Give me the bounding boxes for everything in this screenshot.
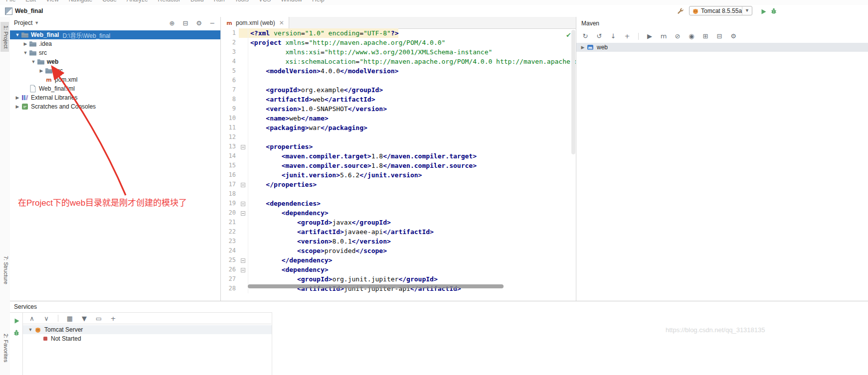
reimport-icon[interactable]: ↻ xyxy=(581,32,589,40)
menu-vcs[interactable]: VCS xyxy=(259,0,271,3)
line-number[interactable]: 24 xyxy=(221,246,239,255)
code-line[interactable]: 18 xyxy=(221,189,576,199)
generate-sources-icon[interactable]: ↺ xyxy=(595,32,603,40)
menu-run[interactable]: Run xyxy=(214,0,225,3)
line-number[interactable]: 4 xyxy=(221,57,239,66)
line-number[interactable]: 20 xyxy=(221,208,239,218)
menu-edit[interactable]: Edit xyxy=(25,0,36,3)
code-line[interactable]: 8 <artifactId>web</artifactId> xyxy=(221,95,576,104)
group-by-icon[interactable]: ▦ xyxy=(66,315,74,322)
filter-icon[interactable]: ▼ xyxy=(80,315,88,322)
tree-item-src[interactable]: ▶src xyxy=(10,66,220,75)
collapse-icon[interactable]: ∨ xyxy=(42,315,50,322)
menu-view[interactable]: View xyxy=(46,0,59,3)
code-line[interactable]: 16 <junit.version>5.6.2</junit.version> xyxy=(221,170,576,180)
menu-code[interactable]: Code xyxy=(102,0,117,3)
code-line[interactable]: 5 <modelVersion>4.0.0</modelVersion> xyxy=(221,66,576,76)
hide-panel-icon[interactable]: − xyxy=(208,19,216,27)
code-line[interactable]: 9 <version>1.0-SNAPSHOT</version> xyxy=(221,104,576,114)
line-number[interactable]: 23 xyxy=(221,237,239,246)
line-number[interactable]: 7 xyxy=(221,85,239,95)
tree-item-idea[interactable]: ▶.idea xyxy=(10,39,220,48)
code-line[interactable]: 10 <name>web</name> xyxy=(221,114,576,123)
line-number[interactable]: 15 xyxy=(221,161,239,170)
tree-item-pom-xml[interactable]: mpom.xml xyxy=(10,75,220,84)
menu-navigate[interactable]: Navigate xyxy=(69,0,92,3)
profiles-icon[interactable]: ◉ xyxy=(688,32,695,40)
code-line[interactable]: 20 <dependency> xyxy=(221,208,576,218)
run-button[interactable] xyxy=(759,7,767,15)
code-line[interactable]: 1<?xml version="1.0" encoding="UTF-8"?> xyxy=(221,28,576,38)
menu-help[interactable]: Help xyxy=(312,0,325,3)
debug-button[interactable] xyxy=(770,7,778,15)
line-number[interactable]: 28 xyxy=(221,284,239,293)
line-number[interactable]: 19 xyxy=(221,199,239,208)
code-line[interactable]: 12 xyxy=(221,132,576,142)
tree-item-scratches-and-consoles[interactable]: ▶Scratches and Consoles xyxy=(10,102,220,111)
open-in-new-frame-icon[interactable]: ▭ xyxy=(95,315,103,322)
chevron-down-icon[interactable]: ▼ xyxy=(22,50,29,55)
line-number[interactable]: 8 xyxy=(221,95,239,104)
tool-tab-favorites[interactable]: 2: Favorites xyxy=(0,334,9,362)
fold-icon[interactable] xyxy=(241,268,245,272)
code-line[interactable]: 19 <dependencies> xyxy=(221,199,576,208)
code-line[interactable]: 26 <dependency> xyxy=(221,265,576,274)
chevron-down-icon[interactable]: ▼ xyxy=(34,20,39,25)
expand-all-icon[interactable]: ⊞ xyxy=(701,32,709,40)
line-number[interactable]: 5 xyxy=(221,66,239,76)
tree-item-web_final[interactable]: ▼Web_finalD:\音乐\Web_final xyxy=(10,30,220,39)
line-number[interactable]: 14 xyxy=(221,151,239,161)
add-maven-project-icon[interactable]: + xyxy=(623,32,631,40)
fold-icon[interactable] xyxy=(241,183,245,187)
add-service-icon[interactable]: + xyxy=(109,315,117,322)
chevron-down-icon[interactable]: ▼ xyxy=(14,32,21,37)
code-line[interactable]: 4 xsi:schemaLocation="http://maven.apach… xyxy=(221,57,576,66)
expand-icon[interactable]: ∧ xyxy=(28,315,36,322)
line-number[interactable]: 12 xyxy=(221,132,239,142)
line-number[interactable]: 6 xyxy=(221,76,239,85)
code-line[interactable]: 17 </properties> xyxy=(221,180,576,189)
line-number[interactable]: 3 xyxy=(221,47,239,57)
line-number[interactable]: 2 xyxy=(221,38,239,47)
run-config-select[interactable]: Tomcat 8.5.55a ▼ xyxy=(689,6,752,15)
chevron-right-icon[interactable]: ▶ xyxy=(14,95,21,100)
line-number[interactable]: 18 xyxy=(221,189,239,199)
chevron-right-icon[interactable]: ▶ xyxy=(22,41,29,46)
code-line[interactable]: 27 <groupId>org.junit.jupiter</groupId> xyxy=(221,274,576,284)
tool-tab-project[interactable]: 1: Project xyxy=(0,22,9,52)
collapse-all-icon[interactable]: ⊟ xyxy=(715,32,723,40)
line-number[interactable]: 1 xyxy=(221,28,239,38)
code-line[interactable]: 11 <packaging>war</packaging> xyxy=(221,123,576,132)
menu-tools[interactable]: Tools xyxy=(235,0,249,3)
code-line[interactable]: 13 <properties> xyxy=(221,142,576,151)
chevron-right-icon[interactable]: ▶ xyxy=(579,45,586,50)
editor-tab-pom-xml[interactable]: m pom.xml (web) ✕ xyxy=(221,17,289,28)
tool-tab-structure[interactable]: 7: Structure xyxy=(0,256,9,284)
code-area[interactable]: 1<?xml version="1.0" encoding="UTF-8"?>2… xyxy=(221,28,576,301)
code-line[interactable]: 6 xyxy=(221,76,576,85)
tree-item-src[interactable]: ▼src xyxy=(10,48,220,57)
inspections-ok-icon[interactable]: ✔ xyxy=(566,31,571,39)
code-line[interactable]: 2<project xmlns="http://maven.apache.org… xyxy=(221,38,576,47)
code-line[interactable]: 3 xmlns:xsi="http://www.w3.org/2001/XMLS… xyxy=(221,47,576,57)
menu-refactor[interactable]: Refactor xyxy=(158,0,180,3)
chevron-down-icon[interactable]: ▼ xyxy=(27,327,34,332)
wrench-icon[interactable] xyxy=(676,7,684,15)
line-number[interactable]: 27 xyxy=(221,274,239,284)
services-tree-item-not-started[interactable]: Not Started xyxy=(23,334,272,343)
line-number[interactable]: 21 xyxy=(221,218,239,227)
code-line[interactable]: 21 <groupId>javax</groupId> xyxy=(221,218,576,227)
debug-service-icon[interactable] xyxy=(12,329,20,337)
run-maven-build-icon[interactable]: ▶ xyxy=(646,32,654,40)
maven-tree-item-web[interactable]: ▶ m web xyxy=(576,43,868,52)
tree-item-web[interactable]: ▼web xyxy=(10,57,220,66)
download-sources-icon[interactable]: ↓ xyxy=(609,32,617,40)
editor-horizontal-scrollbar[interactable] xyxy=(248,284,504,288)
code-line[interactable]: 22 <artifactId>javaee-api</artifactId> xyxy=(221,227,576,237)
run-service-icon[interactable] xyxy=(12,317,20,325)
menu-analyze[interactable]: Analyze xyxy=(127,0,148,3)
line-number[interactable]: 16 xyxy=(221,170,239,180)
collapse-all-icon[interactable]: ⊟ xyxy=(181,19,189,27)
execute-goal-icon[interactable]: m xyxy=(660,32,668,40)
services-tree-item-tomcat-server[interactable]: ▼ Tomcat Server xyxy=(23,325,272,334)
